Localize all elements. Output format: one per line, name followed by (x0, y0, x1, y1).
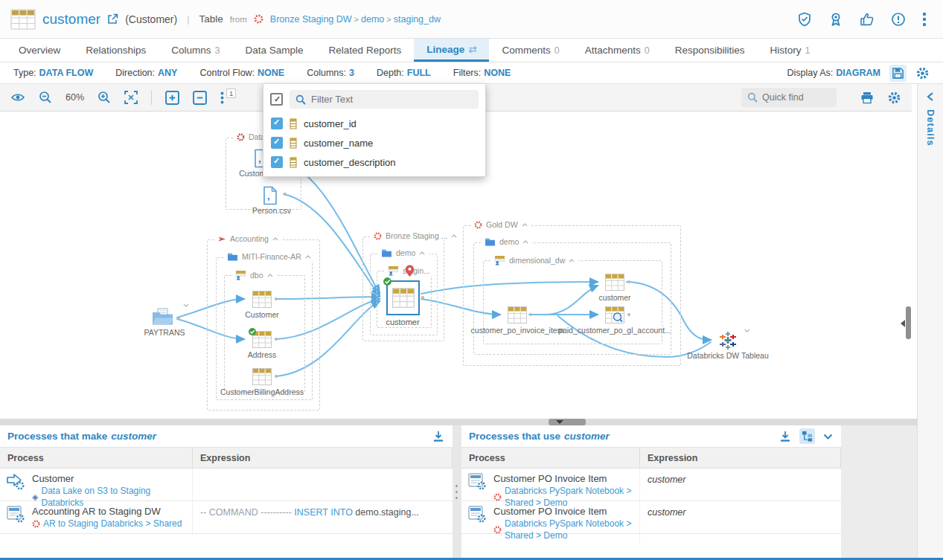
breadcrumb-link[interactable]: Bronze Staging DW (270, 14, 352, 25)
horizontal-splitter[interactable] (0, 419, 917, 425)
databricks-icon (374, 232, 382, 240)
shield-check-icon[interactable] (797, 12, 812, 27)
divider-dot (455, 497, 458, 499)
node-gold-customer-table[interactable] (605, 274, 624, 291)
preview-eye-icon[interactable] (10, 92, 25, 103)
checkbox-checked[interactable] (271, 156, 283, 168)
process-name: Customer (32, 472, 186, 485)
zoom-out-icon[interactable] (39, 91, 52, 104)
accounting-source-icon (218, 235, 226, 243)
column-option[interactable]: customer_id (263, 114, 485, 133)
tab-attachments[interactable]: Attachments0 (572, 39, 662, 62)
group-dbo-label: dbo (231, 270, 277, 280)
issue-alert-icon[interactable] (891, 12, 906, 27)
processes-make-panel: Processes that makecustomer Process Expr… (0, 425, 453, 560)
tab-responsibilities[interactable]: Responsibilities (662, 39, 758, 62)
node-customerbillingaddress-table[interactable] (252, 368, 272, 385)
filter-depth[interactable]: Depth:FULL (377, 68, 431, 78)
certify-badge-icon[interactable] (828, 12, 843, 27)
divider-dot (455, 485, 458, 487)
scrollbar-arrow-icon[interactable] (901, 320, 905, 327)
schema-icon (388, 265, 399, 276)
expand-all-icon[interactable] (165, 91, 179, 105)
display-as[interactable]: Display As:DIAGRAM (787, 68, 880, 78)
expression-comment: -- COMMAND ---------- (200, 507, 292, 518)
table-row[interactable]: Customer PO Invoice Item Databricks PySp… (461, 501, 841, 534)
collapse-all-icon[interactable] (193, 91, 207, 105)
table-row[interactable]: Accounting AR to Staging DW AR to Stagin… (0, 501, 453, 534)
column-option[interactable]: customer_description (263, 152, 485, 172)
column-icon (290, 138, 297, 149)
node-label: Person.csv (238, 206, 305, 215)
tab-lineage[interactable]: Lineage⇄ (414, 39, 489, 62)
notebook-gear-icon (6, 505, 25, 523)
node-person-csv[interactable]: , (262, 186, 278, 205)
process-path-link[interactable]: Databricks PySpark Notebook > Shared > D… (505, 518, 633, 541)
zoom-in-icon[interactable] (98, 91, 111, 104)
certified-badge-icon (248, 327, 257, 336)
certified-badge-icon (383, 277, 392, 286)
quick-find[interactable] (741, 88, 837, 107)
tab-relationships[interactable]: Relationships (73, 39, 159, 62)
node-paytrans[interactable] (152, 308, 174, 326)
checkbox-checked[interactable] (271, 118, 283, 129)
lineage-tree-icon[interactable] (799, 428, 815, 444)
column-filter-input[interactable] (311, 94, 473, 105)
column-header-expression: Expression (193, 448, 453, 468)
fit-to-screen-icon[interactable] (124, 91, 138, 104)
table-row[interactable]: Customer PO Invoice Item Databricks PySp… (461, 469, 841, 501)
chevron-down-icon[interactable] (822, 431, 834, 442)
thumbs-up-icon[interactable] (860, 12, 875, 27)
filter-filters[interactable]: Filters:NONE (453, 68, 511, 78)
more-menu-icon[interactable] (922, 12, 927, 27)
download-icon[interactable] (779, 430, 792, 443)
download-icon[interactable] (432, 430, 445, 443)
tab-columns[interactable]: Columns3 (159, 39, 232, 62)
node-label: customer (369, 318, 436, 326)
panel-divider[interactable] (453, 425, 461, 560)
table-row[interactable]: Customer ◈Data Lake on S3 to Staging Dat… (0, 469, 453, 501)
open-external-icon[interactable] (107, 13, 118, 25)
tab-overview[interactable]: Overview (6, 39, 73, 62)
details-side-panel[interactable]: Details (917, 84, 943, 560)
tab-related-reports[interactable]: Related Reports (316, 39, 415, 62)
checkbox-checked[interactable] (271, 137, 283, 149)
databricks-icon (32, 520, 40, 528)
column-filter-search[interactable] (290, 90, 479, 109)
splitter-collapse-icon[interactable] (556, 420, 563, 424)
chevron-collapsed-icon[interactable] (744, 329, 750, 332)
tab-history[interactable]: History1 (758, 39, 823, 62)
group-accounting-label: Accounting (214, 234, 282, 243)
diagram-settings-gear-icon[interactable] (887, 91, 901, 105)
settings-gear-icon[interactable] (915, 66, 930, 80)
quick-find-input[interactable] (762, 92, 829, 103)
make-panel-title: Processes that makecustomer (0, 425, 453, 448)
filter-control-flow[interactable]: Control Flow:NONE (199, 68, 284, 78)
chevron-up-icon (451, 234, 457, 238)
column-option[interactable]: customer_name (263, 133, 485, 152)
process-path-link[interactable]: AR to Staging Databricks > Shared (43, 518, 182, 530)
node-po-invoice-item-table[interactable] (508, 306, 527, 324)
node-customer-table[interactable] (252, 291, 272, 308)
chevron-collapsed-icon[interactable] (183, 303, 189, 307)
divider-dot (455, 491, 458, 493)
databricks-icon (493, 526, 502, 534)
node-paid-gl-view[interactable] (605, 306, 624, 324)
splitter-handle[interactable] (549, 419, 586, 425)
breadcrumb-link[interactable]: demo (361, 14, 384, 25)
node-tableau[interactable] (718, 331, 738, 350)
filter-columns[interactable]: Columns:3 (307, 68, 354, 78)
save-icon[interactable] (889, 65, 907, 82)
overflow-menu-icon[interactable]: 1 (220, 91, 224, 104)
tab-data-sample[interactable]: Data Sample (233, 39, 316, 62)
filter-type[interactable]: Type:DATA FLOW (13, 68, 93, 78)
group-dimensional-dw-label: dimensional_dw (490, 255, 578, 265)
diagram-vertical-scrollbar[interactable] (906, 306, 911, 339)
breadcrumb-link[interactable]: staging_dw (394, 14, 441, 25)
tab-comments[interactable]: Comments0 (489, 39, 572, 62)
details-tab-label[interactable]: Details (925, 109, 936, 147)
chevron-left-icon[interactable] (926, 91, 935, 102)
filter-direction[interactable]: Direction:ANY (115, 68, 177, 78)
print-icon[interactable] (860, 91, 874, 104)
select-all-checkbox[interactable] (270, 93, 283, 106)
